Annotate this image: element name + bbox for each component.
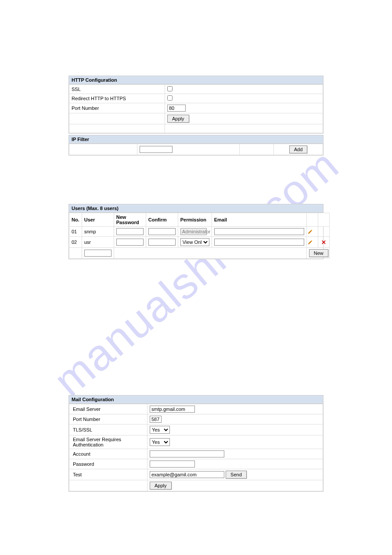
- ip-filter-input[interactable]: [140, 146, 173, 153]
- user-no: 02: [69, 237, 82, 248]
- ip-filter-table: Add: [69, 144, 323, 155]
- http-config-title: HTTP Configuration: [69, 76, 323, 84]
- port-label: Port Number: [69, 103, 165, 113]
- account-input[interactable]: [150, 450, 224, 457]
- tls-select[interactable]: Yes: [150, 426, 170, 434]
- user-email-input[interactable]: [214, 228, 304, 235]
- user-email-input[interactable]: [214, 239, 304, 246]
- mail-apply-button[interactable]: Apply: [150, 482, 172, 490]
- http-config-section: HTTP Configuration SSL Redirect HTTP to …: [68, 76, 324, 134]
- redirect-label: Redirect HTTP to HTTPS: [69, 94, 165, 103]
- account-label: Account: [69, 449, 147, 459]
- port-input[interactable]: [167, 105, 186, 112]
- auth-label: Email Server Requires Authentication: [69, 435, 147, 449]
- test-email-input[interactable]: [150, 471, 224, 478]
- auth-select[interactable]: Yes: [150, 438, 170, 446]
- watermark: manualshive.com: [44, 139, 348, 406]
- edit-icon[interactable]: [308, 229, 317, 234]
- user-newpw-input[interactable]: [116, 239, 144, 246]
- test-label: Test: [69, 469, 147, 480]
- new-user-input[interactable]: [84, 250, 111, 257]
- user-name: usr: [82, 237, 114, 248]
- redirect-checkbox[interactable]: [167, 95, 173, 101]
- http-config-table: SSL Redirect HTTP to HTTPS Port Number A…: [69, 84, 323, 133]
- users-header-no: No.: [69, 213, 82, 227]
- users-header-email: Email: [212, 213, 306, 227]
- user-newpw-input[interactable]: [116, 228, 144, 235]
- user-no: 01: [69, 227, 82, 237]
- users-header-newpw: New Password: [114, 213, 146, 227]
- send-button[interactable]: Send: [226, 471, 247, 479]
- mail-port-input[interactable]: [150, 416, 162, 423]
- password-input[interactable]: [150, 461, 195, 468]
- mail-port-label: Port Number: [69, 414, 147, 424]
- users-section: Users (Max. 8 users) No. User New Passwo…: [68, 204, 324, 259]
- users-table: No. User New Password Confirm Permission…: [69, 213, 330, 259]
- table-row: 01 snmp Administrator: [69, 227, 330, 237]
- new-user-button[interactable]: New: [309, 249, 328, 257]
- users-header-confirm: Confirm: [146, 213, 178, 227]
- http-apply-button[interactable]: Apply: [167, 115, 189, 123]
- tls-label: TLS/SSL: [69, 424, 147, 435]
- email-server-input[interactable]: [150, 406, 195, 413]
- table-row-new: New: [69, 248, 330, 259]
- users-header-user: User: [82, 213, 114, 227]
- user-confirm-input[interactable]: [148, 239, 176, 246]
- ip-filter-add-button[interactable]: Add: [289, 145, 308, 153]
- mail-config-section: Mail Configuration Email Server Port Num…: [68, 395, 324, 492]
- users-header-permission: Permission: [178, 213, 212, 227]
- ssl-checkbox[interactable]: [167, 86, 173, 91]
- permission-select[interactable]: View Only: [180, 238, 209, 246]
- users-title: Users (Max. 8 users): [69, 204, 323, 213]
- user-name: snmp: [82, 227, 114, 237]
- delete-icon[interactable]: ✕: [321, 239, 326, 246]
- ip-filter-title: IP Filter: [69, 135, 323, 144]
- mail-config-title: Mail Configuration: [69, 395, 323, 404]
- email-server-label: Email Server: [69, 404, 147, 414]
- edit-icon[interactable]: [308, 239, 317, 245]
- permission-readonly: Administrator: [180, 228, 207, 235]
- user-confirm-input[interactable]: [148, 228, 176, 235]
- password-label: Password: [69, 459, 147, 469]
- mail-config-table: Email Server Port Number TLS/SSL Yes Ema…: [69, 404, 323, 491]
- ssl-label: SSL: [69, 85, 165, 94]
- ip-filter-section: IP Filter Add: [68, 135, 324, 156]
- table-row: 02 usr View Only ✕: [69, 237, 330, 248]
